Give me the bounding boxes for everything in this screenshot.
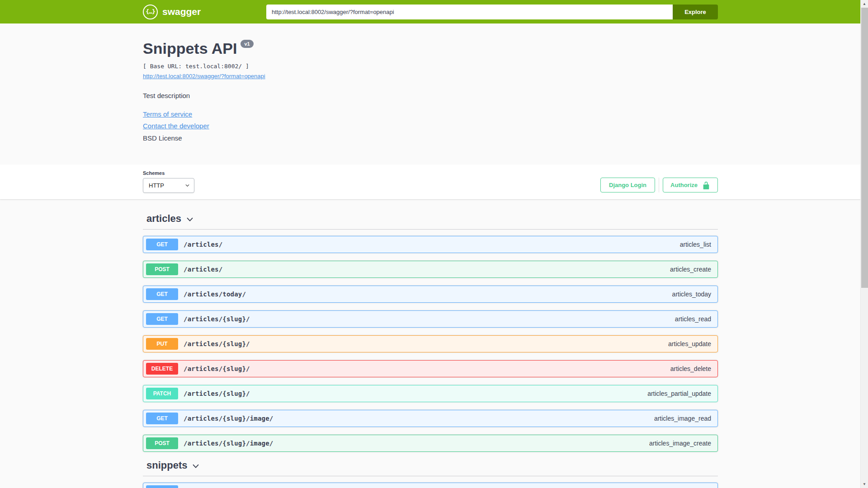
scrollbar-down-icon[interactable]: ▼ <box>861 480 868 488</box>
swagger-logo-icon: {…} <box>143 5 158 19</box>
tag-title: articles <box>146 213 181 225</box>
version-badge: v1 <box>241 40 253 48</box>
op-id: articles_image_read <box>654 415 711 422</box>
op-path: /articles/ <box>184 266 222 273</box>
schemes-label: Schemes <box>143 170 194 176</box>
page-title: Snippets APIv1 <box>143 40 718 57</box>
op-id: articles_update <box>668 340 711 347</box>
scheme-container: Schemes HTTP Django Login Authorize <box>0 164 868 199</box>
auth-divider <box>659 178 659 192</box>
operation-row[interactable]: GET /articles/{slug}/ articles_read <box>143 310 718 328</box>
terms-of-service-link[interactable]: Terms of service <box>143 110 192 118</box>
operation-row[interactable]: DELETE /articles/{slug}/ articles_delete <box>143 360 718 377</box>
method-badge: GET <box>146 239 178 250</box>
op-path: /articles/{slug}/ <box>184 340 250 347</box>
swagger-ui-page: {…} swagger Explore Snippets APIv1 [ Bas… <box>0 0 868 488</box>
op-id: articles_read <box>675 315 711 323</box>
operation-row[interactable]: PATCH /articles/{slug}/ articles_partial… <box>143 385 718 402</box>
chevron-down-icon <box>192 462 200 470</box>
topbar-wrapper: {…} swagger Explore <box>143 0 718 23</box>
scrollbar-thumb[interactable] <box>861 8 868 288</box>
op-id: articles_delete <box>670 365 711 372</box>
method-badge: GET <box>146 288 178 300</box>
topbar: {…} swagger Explore <box>0 0 868 23</box>
tag-header[interactable]: articles <box>143 213 718 230</box>
op-path: /articles/ <box>184 241 222 248</box>
op-id: articles_today <box>672 291 711 298</box>
operations-container: articles GET /articles/ articles_list PO… <box>143 199 718 488</box>
base-url-text: [ Base URL: test.local:8002/ ] <box>143 63 718 70</box>
authorize-label: Authorize <box>670 182 698 188</box>
spec-url-input[interactable] <box>266 5 673 19</box>
tag-header[interactable]: snippets <box>143 460 718 476</box>
op-id: articles_image_create <box>649 440 711 447</box>
method-badge: DELETE <box>146 363 178 375</box>
tag-section: snippets GET /snippets/ snippets_list <box>143 460 718 488</box>
op-list: GET /articles/ articles_list POST /artic… <box>143 230 718 452</box>
op-path: /articles/{slug}/image/ <box>184 415 273 422</box>
api-description: Test description <box>143 92 718 99</box>
operation-row[interactable]: POST /articles/{slug}/image/ articles_im… <box>143 435 718 452</box>
op-path: /articles/today/ <box>184 291 246 298</box>
operation-row[interactable]: GET /articles/today/ articles_today <box>143 286 718 303</box>
operation-row[interactable]: PUT /articles/{slug}/ articles_update <box>143 335 718 352</box>
spec-url-form: Explore <box>266 5 718 19</box>
license-text: BSD License <box>143 134 718 142</box>
method-badge: GET <box>146 413 178 424</box>
logo-braces-glyph: {…} <box>146 8 155 16</box>
op-id: articles_create <box>670 266 711 273</box>
scrollbar-up-icon[interactable]: ▲ <box>861 0 868 8</box>
schemes-block: Schemes HTTP <box>143 170 194 193</box>
authorize-button[interactable]: Authorize <box>663 178 718 192</box>
operation-row[interactable]: POST /articles/ articles_create <box>143 261 718 278</box>
method-badge: POST <box>146 263 178 275</box>
op-path: /articles/{slug}/ <box>184 390 250 397</box>
operation-row[interactable]: GET /snippets/ snippets_list <box>143 483 718 488</box>
chevron-down-icon <box>185 183 190 188</box>
spec-link[interactable]: http://test.local:8002/swagger/?format=o… <box>143 73 265 80</box>
op-path: /articles/{slug}/ <box>184 365 250 372</box>
info-section: Snippets APIv1 [ Base URL: test.local:80… <box>0 23 868 164</box>
operation-row[interactable]: GET /articles/ articles_list <box>143 236 718 253</box>
op-list: GET /snippets/ snippets_list <box>143 476 718 488</box>
brand-text: swagger <box>162 6 201 17</box>
method-badge: POST <box>146 437 178 449</box>
chevron-down-icon <box>186 216 194 224</box>
scheme-selected-value: HTTP <box>149 182 164 189</box>
scheme-select[interactable]: HTTP <box>143 178 194 193</box>
scrollbar[interactable]: ▲ ▼ <box>860 0 868 488</box>
django-login-button[interactable]: Django Login <box>600 178 655 192</box>
method-badge: GET <box>146 313 178 325</box>
method-badge: GET <box>146 485 178 488</box>
contact-developer-link[interactable]: Contact the developer <box>143 122 209 130</box>
explore-button[interactable]: Explore <box>673 5 718 19</box>
swagger-logo-link[interactable]: {…} swagger <box>143 5 201 19</box>
op-id: articles_list <box>680 241 711 248</box>
operation-row[interactable]: GET /articles/{slug}/image/ articles_ima… <box>143 410 718 427</box>
op-path: /articles/{slug}/ <box>184 315 250 323</box>
op-path: /articles/{slug}/image/ <box>184 440 273 447</box>
tag-title: snippets <box>146 460 187 471</box>
tag-section: articles GET /articles/ articles_list PO… <box>143 213 718 452</box>
unlock-icon <box>702 181 710 189</box>
method-badge: PATCH <box>146 388 178 399</box>
op-id: articles_partial_update <box>647 390 711 397</box>
api-title-text: Snippets API <box>143 40 237 57</box>
method-badge: PUT <box>146 338 178 350</box>
auth-wrapper: Django Login Authorize <box>600 178 718 192</box>
